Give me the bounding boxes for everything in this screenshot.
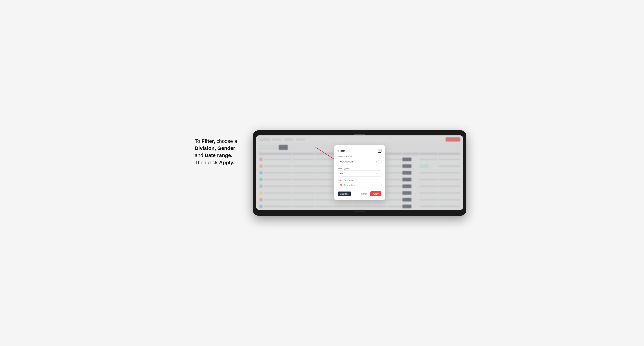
tablet-screen: Filter × Select a division NCAA Division… (256, 135, 463, 210)
bold-date-range: Date range. (205, 153, 232, 158)
gender-label: Select gender (338, 167, 382, 170)
tablet-top-bar (256, 134, 463, 135)
date-input[interactable]: 📅 Pick a date (338, 182, 382, 188)
clear-filter-button[interactable]: Clear filter (338, 191, 351, 196)
division-clear-icon[interactable]: × (376, 161, 377, 163)
modal-footer: Clear filter Cancel Apply (338, 191, 382, 196)
modal-title: Filter (338, 149, 345, 153)
date-placeholder: Pick a date (344, 184, 355, 187)
filter-modal: Filter × Select a division NCAA Division… (334, 145, 385, 200)
tablet-device: Filter × Select a division NCAA Division… (253, 130, 466, 216)
gender-controls: × ⌃⌄ (376, 172, 380, 175)
apply-button[interactable]: Apply (370, 191, 382, 196)
division-label: Select a division (338, 156, 382, 158)
tablet-camera (354, 134, 365, 135)
modal-footer-right: Cancel Apply (360, 191, 382, 196)
bold-apply: Apply. (219, 160, 234, 165)
modal-close-button[interactable]: × (378, 149, 382, 153)
gender-clear-icon[interactable]: × (376, 172, 377, 175)
division-select[interactable]: NCAA Division I × ⌃⌄ (338, 159, 382, 165)
division-form-group: Select a division NCAA Division I × ⌃⌄ (338, 156, 382, 165)
bold-filter: Filter, (202, 138, 215, 144)
gender-value: Men (340, 172, 344, 175)
modal-header: Filter × (338, 149, 382, 153)
calendar-icon: 📅 (340, 184, 342, 187)
division-chevron-icon: ⌃⌄ (378, 160, 380, 164)
tablet-home-indicator (354, 211, 365, 211)
cancel-button[interactable]: Cancel (360, 191, 369, 196)
modal-overlay: Filter × Select a division NCAA Division… (256, 135, 463, 210)
gender-select[interactable]: Men × ⌃⌄ (338, 171, 382, 177)
division-value: NCAA Division I (340, 161, 355, 163)
instruction-panel: To Filter, choose a Division, Gender and… (195, 130, 246, 166)
gender-chevron-icon: ⌃⌄ (378, 172, 380, 175)
page-wrapper: To Filter, choose a Division, Gender and… (195, 130, 449, 216)
bold-division-gender: Division, Gender (195, 145, 235, 151)
date-label: Select Date range (338, 179, 382, 181)
gender-form-group: Select gender Men × ⌃⌄ (338, 167, 382, 177)
division-controls: × ⌃⌄ (376, 160, 380, 164)
date-form-group: Select Date range 📅 Pick a date (338, 179, 382, 188)
tablet-bottom-bar (256, 210, 463, 212)
